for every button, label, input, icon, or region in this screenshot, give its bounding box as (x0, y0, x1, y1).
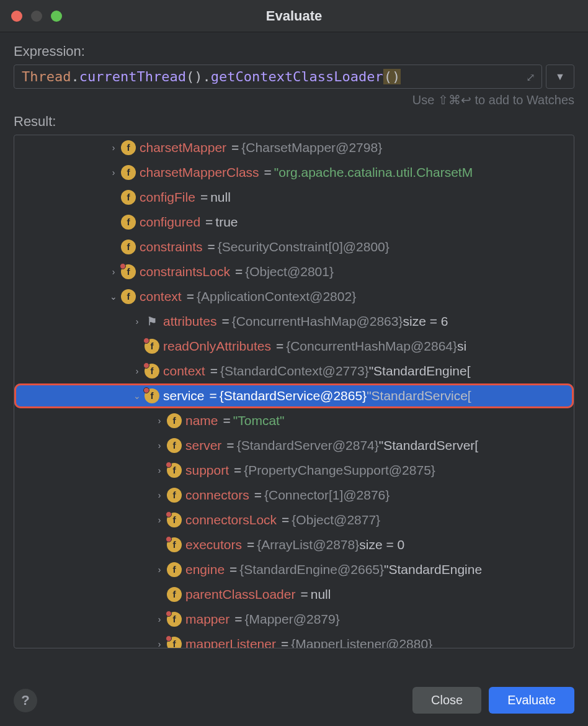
expr-token: . (71, 69, 79, 84)
history-dropdown-button[interactable]: ▼ (546, 65, 574, 89)
equals-sign: = (234, 458, 241, 483)
equals-sign: = (282, 508, 289, 532)
field-icon: f (145, 364, 159, 379)
tree-row-connectors[interactable]: ›fconnectors={Connector[1]@2876} (14, 483, 574, 508)
field-name: readOnlyAttributes (163, 334, 271, 359)
field-icon: f (121, 215, 136, 230)
chevron-right-icon[interactable]: › (106, 160, 121, 185)
traffic-lights (0, 11, 62, 22)
tree-row-charsetMapperClass[interactable]: ›fcharsetMapperClass="org.apache.catalin… (14, 160, 574, 185)
chevron-right-icon[interactable]: › (152, 632, 167, 648)
field-value: {MapperListener@2880} (291, 632, 432, 648)
result-tree[interactable]: ›fcharsetMapper={CharsetMapper@2798}›fch… (14, 135, 574, 648)
field-name: executors (185, 532, 242, 557)
expression-input[interactable]: Thread . currentThread () . getContextCl… (14, 65, 542, 89)
chevron-down-icon[interactable]: ⌄ (130, 383, 145, 408)
field-icon: f (167, 463, 182, 478)
chevron-right-icon[interactable]: › (152, 458, 167, 483)
chevron-right-icon[interactable]: › (152, 483, 167, 508)
field-value: true (215, 210, 238, 235)
chevron-right-icon[interactable]: › (152, 508, 167, 532)
tree-row-configFile[interactable]: ›fconfigFile=null (14, 185, 574, 210)
chevron-right-icon[interactable]: › (152, 607, 167, 632)
equals-sign: = (300, 582, 308, 607)
tree-row-mapper[interactable]: ›fmapper={Mapper@2879} (14, 607, 574, 632)
tree-row-connectorsLock[interactable]: ›fconnectorsLock={Object@2877} (14, 508, 574, 532)
tree-row-parentClassLoader[interactable]: ›fparentClassLoader=null (14, 582, 574, 607)
chevron-right-icon[interactable]: › (152, 408, 167, 433)
equals-sign: = (264, 160, 272, 185)
chevron-right-icon[interactable]: › (130, 309, 145, 334)
expr-token: Thread (22, 69, 71, 84)
tree-row-configured[interactable]: ›fconfigured=true (14, 210, 574, 235)
flag-icon: ⚑ (145, 314, 159, 329)
field-name: service (163, 383, 205, 408)
tree-row-name[interactable]: ›fname="Tomcat" (14, 408, 574, 433)
shortcut-hint: Use ⇧⌘↩ to add to Watches (14, 92, 574, 107)
expand-icon[interactable]: ⤢ (526, 70, 535, 83)
tree-row-context[interactable]: ⌄fcontext={ApplicationContext@2802} (14, 284, 574, 309)
equals-sign: = (234, 607, 242, 632)
tree-row-readOnlyAttributes[interactable]: ›freadOnlyAttributes={ConcurrentHashMap@… (14, 334, 574, 359)
field-icon: f (167, 513, 182, 527)
equals-sign: = (247, 532, 254, 557)
minimize-window-icon[interactable] (31, 11, 42, 22)
equals-sign: = (187, 284, 194, 309)
equals-sign: = (208, 235, 215, 259)
equals-sign: = (276, 334, 283, 359)
chevron-down-icon[interactable]: ⌄ (106, 284, 121, 309)
field-name: engine (185, 557, 225, 582)
field-extra: "StandardEngine[ (369, 359, 471, 383)
expr-token: getContextClassLoader (211, 69, 383, 84)
expr-token: currentThread (79, 69, 186, 84)
chevron-right-icon[interactable]: › (152, 433, 167, 458)
field-icon: f (167, 537, 182, 552)
close-window-icon[interactable] (11, 11, 22, 22)
chevron-right-icon[interactable]: › (152, 557, 167, 582)
field-extra: size = 0 (359, 532, 404, 557)
maximize-window-icon[interactable] (51, 11, 62, 22)
tree-row-service[interactable]: ⌄fservice={StandardService@2865} "Standa… (14, 383, 574, 408)
field-name: mapperListener (185, 632, 276, 648)
field-value: {StandardEngine@2665} (239, 557, 384, 582)
field-value: "Tomcat" (233, 408, 285, 433)
close-button[interactable]: Close (412, 687, 481, 714)
tree-row-constraintsLock[interactable]: ›fconstraintsLock={Object@2801} (14, 259, 574, 284)
field-name: charsetMapper (140, 135, 226, 160)
field-icon: f (121, 264, 136, 279)
field-name: parentClassLoader (185, 582, 295, 607)
field-value: {SecurityConstraint[0]@2800} (218, 235, 390, 259)
tree-row-engine[interactable]: ›fengine={StandardEngine@2665} "Standard… (14, 557, 574, 582)
field-value: {ApplicationContext@2802} (197, 284, 356, 309)
tree-row-executors[interactable]: ›fexecutors={ArrayList@2878} size = 0 (14, 532, 574, 557)
tree-row-mapperListener[interactable]: ›fmapperListener={MapperListener@2880} (14, 632, 574, 648)
field-value: "org.apache.catalina.util.CharsetM (274, 160, 473, 185)
chevron-right-icon[interactable]: › (130, 359, 145, 383)
tree-row-attributes[interactable]: ›⚑attributes={ConcurrentHashMap@2863} si… (14, 309, 574, 334)
tree-row-support[interactable]: ›fsupport={PropertyChangeSupport@2875} (14, 458, 574, 483)
field-icon: f (167, 413, 182, 428)
field-icon: f (121, 140, 136, 155)
field-value: {StandardService@2865} (220, 383, 367, 408)
evaluate-button[interactable]: Evaluate (489, 687, 574, 714)
field-extra: "StandardEngine (384, 557, 482, 582)
field-value: {Object@2877} (292, 508, 380, 532)
field-name: server (185, 433, 221, 458)
field-value: {ArrayList@2878} (257, 532, 359, 557)
chevron-right-icon[interactable]: › (106, 259, 121, 284)
tree-row-server[interactable]: ›fserver={StandardServer@2874} "Standard… (14, 433, 574, 458)
tree-row-context[interactable]: ›fcontext={StandardContext@2773} "Standa… (14, 359, 574, 383)
equals-sign: = (229, 557, 237, 582)
tree-row-constraints[interactable]: ›fconstraints={SecurityConstraint[0]@280… (14, 235, 574, 259)
tree-row-charsetMapper[interactable]: ›fcharsetMapper={CharsetMapper@2798} (14, 135, 574, 160)
chevron-right-icon[interactable]: › (106, 135, 121, 160)
field-extra: "StandardServer[ (379, 433, 478, 458)
field-name: charsetMapperClass (140, 160, 259, 185)
field-icon: f (121, 289, 136, 304)
expr-token: () (186, 69, 203, 84)
field-value: {CharsetMapper@2798} (241, 135, 382, 160)
field-icon: f (167, 562, 182, 577)
field-icon: f (167, 637, 182, 648)
equals-sign: = (221, 309, 229, 334)
help-button[interactable]: ? (14, 689, 37, 712)
